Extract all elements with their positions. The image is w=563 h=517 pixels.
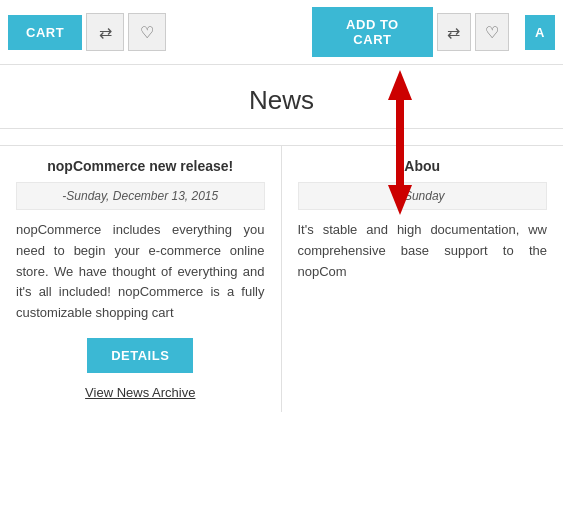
news-item-2-title: Abou: [298, 158, 548, 174]
middle-cart-button[interactable]: ADD TO CART: [312, 7, 433, 57]
view-archive: View News Archive: [16, 385, 265, 400]
middle-cart-section: ADD TO CART ⇄ ♡: [304, 7, 517, 57]
news-section: News nopCommerce new release! -Sunday, D…: [0, 65, 563, 422]
news-item-1-date: -Sunday, December 13, 2015: [16, 182, 265, 210]
news-item-2: Abou -Sunday It's stable and high docume…: [282, 146, 564, 412]
left-cart-button[interactable]: CART: [8, 15, 82, 50]
top-buttons-bar: CART ⇄ ♡ ADD TO CART ⇄ ♡ A: [0, 0, 563, 65]
news-item-2-date: -Sunday: [298, 182, 548, 210]
news-item-1-body: nopCommerce includes everything you need…: [16, 220, 265, 324]
view-archive-link[interactable]: View News Archive: [85, 385, 195, 400]
left-wishlist-icon[interactable]: ♡: [128, 13, 166, 51]
left-cart-section: CART ⇄ ♡: [0, 13, 174, 51]
news-title: News: [0, 85, 563, 129]
middle-wishlist-icon[interactable]: ♡: [475, 13, 509, 51]
news-grid: nopCommerce new release! -Sunday, Decemb…: [0, 145, 563, 412]
middle-compare-icon[interactable]: ⇄: [437, 13, 471, 51]
news-item-1-title: nopCommerce new release!: [16, 158, 265, 174]
right-cart-button[interactable]: A: [525, 15, 555, 50]
details-button-1[interactable]: DETAILS: [87, 338, 193, 373]
right-cart-section: A: [517, 15, 563, 50]
news-item-1: nopCommerce new release! -Sunday, Decemb…: [0, 146, 282, 412]
news-item-2-body: It's stable and high documentation, ww c…: [298, 220, 548, 282]
left-compare-icon[interactable]: ⇄: [86, 13, 124, 51]
